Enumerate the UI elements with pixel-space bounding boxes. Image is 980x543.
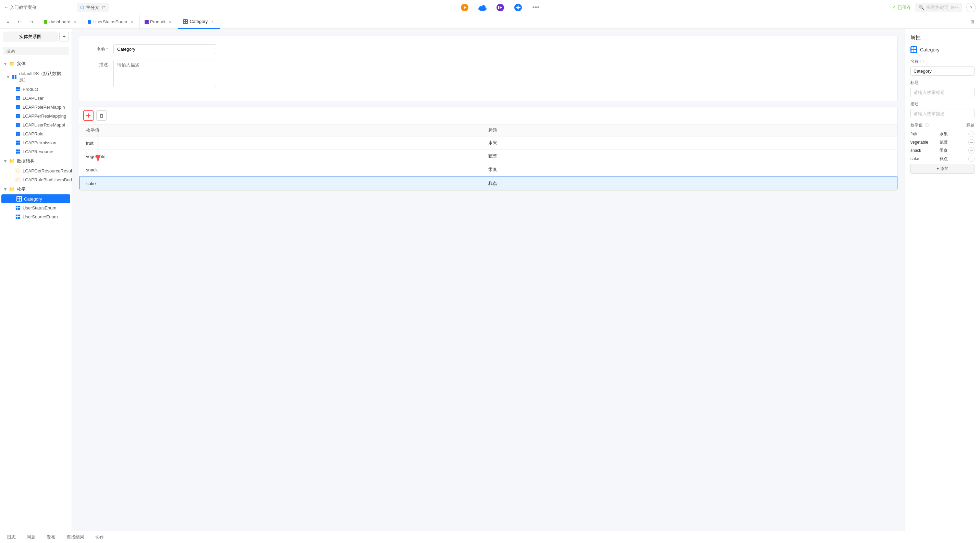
nav-bar: ≡ ↩ ↪ dashboard × UserStatusEnum × Produ… (0, 15, 980, 29)
branch-selector[interactable]: ⬡ 主分支 ⇄ (77, 3, 109, 12)
enum-values-header: 枚举值 ⓘ 标题 (910, 123, 975, 128)
section-datastructure-header[interactable]: ▶ 📁 数据结构 (0, 156, 72, 166)
search-area[interactable]: 🔍 搜索关键词 ⌘+F (915, 3, 962, 12)
play-button[interactable] (458, 2, 471, 14)
project-title: 入门教学案例 (10, 5, 37, 11)
tab-close-dashboard[interactable]: × (72, 19, 78, 25)
svg-rect-17 (184, 22, 185, 23)
usersourceenum-item-icon (15, 214, 21, 220)
bottom-tab-issues[interactable]: 问题 (25, 534, 37, 540)
nav-more-button[interactable]: ⊞ (967, 17, 977, 27)
sidebar-item-category[interactable]: Category (2, 194, 70, 203)
settings-button[interactable] (512, 2, 524, 14)
cloud-button[interactable] (476, 2, 488, 14)
sidebar-item-label-lcapuserrolemap: LCAPUserRoleMappi (22, 123, 65, 127)
prop-name-input[interactable] (910, 67, 975, 76)
enum-value-vegetable: vegetable (86, 154, 488, 159)
bottom-tab-findresults[interactable]: 查找结果 (65, 534, 86, 540)
tab-dot-userstatusenum (88, 20, 91, 24)
prop-title-input[interactable] (910, 88, 975, 97)
enum-panel: 枚举值 标题 fruit 水果 vegetable 蔬菜 snack 零食 ca… (79, 107, 898, 191)
sidebar-item-lcaprole[interactable]: LCAPRole (0, 129, 72, 138)
sidebar-item-lcapresource[interactable]: LCAPResource (0, 147, 72, 156)
sidebar-item-lcaprolepermap[interactable]: LCAPRolePerMappin (0, 102, 72, 111)
entity-relation-button[interactable]: 实体关系图 (3, 32, 58, 42)
right-enum-delete-fruit[interactable]: − (968, 131, 975, 137)
tab-category[interactable]: Category × (178, 15, 221, 29)
userstatusenum-item-icon (15, 205, 21, 210)
enum-row-snack[interactable]: snack 零食 (79, 163, 897, 177)
top-bar: ← 入门教学案例 ⬡ 主分支 ⇄ ••• ✓ 已保存 🔍 搜索关键词 ⌘+F (0, 0, 980, 15)
section-enum-label: 枚举 (17, 186, 26, 192)
sidebar-tree: ▶ 📁 实体 ▶ defaultDS（默认数据源） (0, 57, 72, 531)
tabs-area: dashboard × UserStatusEnum × Product × C… (39, 15, 964, 29)
form-desc-textarea[interactable] (113, 60, 216, 87)
prop-desc-input[interactable] (910, 109, 975, 118)
add-enum-row-button[interactable] (83, 110, 94, 121)
prop-name-info-icon: ⓘ (920, 59, 924, 64)
lcapresource-icon (15, 149, 21, 154)
sidebar-item-lcappermission[interactable]: LCAPPermission (0, 138, 72, 147)
add-entity-button[interactable]: + (59, 32, 69, 41)
section-enum-chevron: ▶ (4, 188, 8, 191)
delete-enum-row-button[interactable] (96, 110, 107, 121)
sidebar-item-userstatusenum[interactable]: UserStatusEnum (0, 203, 72, 212)
enum-table-header: 枚举值 标题 (79, 124, 897, 137)
svg-rect-19 (17, 197, 19, 199)
section-entity-label: 实体 (17, 61, 26, 67)
bottom-tab-publish[interactable]: 发布 (45, 534, 57, 540)
sidebar-item-lcapgetresource[interactable]: ⬡ LCAPGetResourceResult (0, 166, 72, 175)
svg-rect-18 (186, 22, 187, 23)
bottom-tab-collaborate[interactable]: 协作 (94, 534, 105, 540)
prop-title-label: 标题 (910, 80, 975, 86)
tab-close-userstatusenum[interactable]: × (129, 19, 135, 25)
sidebar-search-input[interactable] (3, 47, 69, 55)
sidebar-item-usersourceenum[interactable]: UserSourceEnum (0, 212, 72, 221)
add-enum-value-button[interactable]: + 添加 (910, 164, 975, 174)
entity-name: Category (920, 47, 940, 53)
prop-title-section: 标题 (910, 80, 975, 97)
tab-product[interactable]: Product × (140, 15, 178, 29)
enum-row-cake[interactable]: cake 糕点 (79, 177, 897, 190)
subsection-defaultds[interactable]: ▶ defaultDS（默认数据源） (0, 69, 72, 85)
enum-row-vegetable[interactable]: vegetable 蔬菜 (79, 150, 897, 163)
sidebar-item-label-lcapgetresource: LCAPGetResourceResult (22, 168, 72, 174)
form-name-input[interactable] (113, 44, 216, 54)
help-button[interactable]: ? (966, 3, 976, 12)
tab-close-category[interactable]: × (210, 19, 215, 24)
back-icon: ← (4, 5, 9, 10)
enum-row-fruit[interactable]: fruit 水果 (79, 137, 897, 150)
section-enum-header[interactable]: ▶ 📁 枚举 (0, 184, 72, 194)
top-bar-center: ••• (113, 2, 888, 14)
enum-label-vegetable: 蔬菜 (488, 153, 891, 159)
tab-dashboard[interactable]: dashboard × (39, 15, 83, 29)
tab-close-product[interactable]: × (167, 19, 173, 25)
tab-label-userstatusenum: UserStatusEnum (93, 19, 127, 24)
back-button[interactable]: ← 入门教学案例 (4, 5, 37, 11)
tab-userstatusenum[interactable]: UserStatusEnum × (83, 15, 140, 29)
sidebar-item-lcapperresmapping[interactable]: LCAPPerResMapping (0, 111, 72, 120)
sidebar-toggle-button[interactable]: ≡ (3, 17, 13, 27)
sidebar-item-lcapuser[interactable]: LCAPUser (0, 94, 72, 102)
redo-button[interactable]: ↪ (26, 17, 36, 27)
lcapuserrolemap-icon (15, 122, 21, 127)
prop-name-section: 名称 ⓘ (910, 59, 975, 76)
search-box (0, 45, 72, 57)
section-entity-header[interactable]: ▶ 📁 实体 (0, 59, 72, 69)
sidebar-item-label-lcapresource: LCAPResource (22, 149, 54, 154)
right-enum-delete-snack[interactable]: − (968, 147, 975, 154)
tab-label-category: Category (190, 19, 208, 24)
sidebar-item-lcaproleindbody[interactable]: ⬡ LCAPRoleBindUsersBody (0, 175, 72, 184)
svg-rect-13 (516, 7, 517, 8)
sidebar-item-lcapuserrolemap[interactable]: LCAPUserRoleMappi (0, 120, 72, 129)
bottom-tab-log[interactable]: 日志 (5, 534, 17, 540)
right-enum-delete-cake[interactable]: − (968, 156, 975, 162)
right-enum-delete-vegetable[interactable]: − (968, 139, 975, 145)
sidebar-item-product[interactable]: Product (0, 85, 72, 94)
right-panel-title: 属性 (910, 34, 975, 41)
preview-button[interactable] (494, 2, 506, 14)
more-button[interactable]: ••• (530, 2, 542, 14)
undo-button[interactable]: ↩ (14, 17, 25, 27)
sidebar-item-label-lcaproleindbody: LCAPRoleBindUsersBody (22, 177, 72, 182)
sidebar-item-label-lcappermission: LCAPPermission (22, 140, 56, 145)
